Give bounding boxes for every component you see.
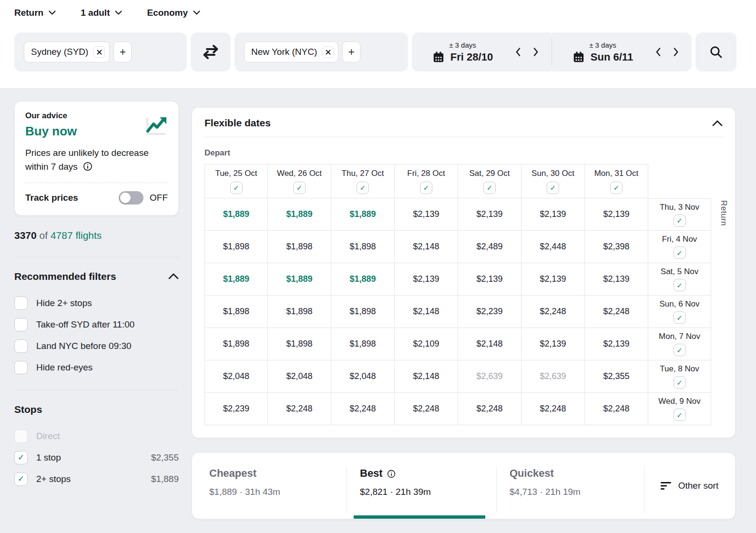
price-cell[interactable]: $2,139 [521, 263, 585, 296]
add-origin-button[interactable]: + [113, 41, 132, 62]
price-cell[interactable]: $2,139 [585, 328, 648, 360]
price-cell[interactable]: $2,248 [585, 296, 648, 328]
price-cell[interactable]: $2,248 [521, 296, 585, 328]
return-date-checkbox[interactable] [674, 344, 686, 356]
return-row-sun-6-nov[interactable]: Sun, 6 Nov [648, 296, 711, 328]
price-cell[interactable]: $2,139 [395, 198, 458, 231]
cabin-class-dropdown[interactable]: Economy [147, 8, 200, 18]
chevron-up-icon[interactable] [712, 120, 723, 126]
filter-take-off-syd-after-11-00[interactable]: Take-off SYD after 11:00 [14, 318, 179, 331]
destination-field[interactable]: New York (NYC) + [235, 32, 408, 72]
price-cell[interactable]: $2,248 [331, 393, 395, 425]
price-cell[interactable]: $2,139 [585, 198, 648, 231]
price-cell[interactable]: $1,898 [204, 328, 268, 360]
depart-column-tue-25-oct[interactable]: Tue, 25 Oct [204, 164, 268, 198]
price-cell[interactable]: $2,239 [204, 393, 268, 425]
price-cell[interactable]: $2,448 [521, 231, 585, 263]
price-cell[interactable]: $1,898 [268, 296, 331, 328]
info-icon[interactable] [83, 162, 92, 171]
price-cell[interactable]: $2,248 [521, 393, 585, 425]
chevron-up-icon[interactable] [168, 273, 179, 279]
price-cell[interactable]: $2,148 [395, 296, 458, 328]
price-cell[interactable]: $2,355 [585, 360, 648, 393]
results-total-link[interactable]: 4787 flights [51, 230, 102, 241]
price-cell[interactable]: $2,248 [268, 393, 331, 425]
depart-date-picker[interactable]: ± 3 days Fri 28/10 [412, 32, 552, 72]
price-cell[interactable]: $2,248 [458, 393, 521, 425]
return-row-thu-3-nov[interactable]: Thu, 3 Nov [648, 198, 711, 231]
stops-filter-1-stop[interactable]: 1 stop $2,355 [14, 451, 179, 464]
price-cell[interactable]: $2,148 [395, 360, 458, 393]
sort-option-other[interactable]: Other sort [644, 453, 735, 519]
add-destination-button[interactable]: + [342, 41, 360, 62]
search-button[interactable] [695, 32, 736, 72]
price-cell[interactable]: $2,139 [458, 198, 521, 231]
depart-date-checkbox[interactable] [420, 182, 432, 194]
info-icon[interactable] [387, 470, 396, 478]
checkbox-icon[interactable] [14, 472, 28, 486]
price-cell[interactable]: $1,898 [331, 296, 395, 328]
depart-date-checkbox[interactable] [547, 182, 559, 194]
trip-type-dropdown[interactable]: Return [14, 8, 56, 18]
return-date-checkbox[interactable] [674, 246, 686, 259]
return-date-prev-icon[interactable] [656, 48, 661, 56]
price-cell[interactable]: $2,639 [458, 360, 521, 393]
return-row-tue-8-nov[interactable]: Tue, 8 Nov [648, 360, 711, 393]
depart-column-wed-26-oct[interactable]: Wed, 26 Oct [268, 164, 331, 198]
sort-option-cheapest[interactable]: Cheapest $1,889 · 31h 43m [192, 453, 347, 519]
return-date-checkbox[interactable] [674, 279, 686, 291]
price-cell[interactable]: $2,139 [458, 263, 521, 296]
remove-destination-icon[interactable] [322, 46, 334, 58]
price-cell[interactable]: $2,148 [395, 231, 458, 263]
checkbox-icon[interactable] [14, 297, 28, 310]
return-row-fri-4-nov[interactable]: Fri, 4 Nov [648, 231, 711, 263]
price-cell[interactable]: $2,048 [268, 360, 331, 393]
passengers-dropdown[interactable]: 1 adult [81, 8, 122, 18]
price-cell[interactable]: $2,489 [458, 231, 521, 263]
price-cell[interactable]: $1,889 [268, 198, 331, 231]
depart-column-fri-28-oct[interactable]: Fri, 28 Oct [395, 164, 458, 198]
price-cell[interactable]: $1,898 [204, 296, 268, 328]
origin-chip[interactable]: Sydney (SYD) [24, 41, 110, 62]
price-cell[interactable]: $2,109 [395, 328, 458, 360]
depart-date-checkbox[interactable] [483, 182, 496, 194]
price-cell[interactable]: $2,139 [395, 263, 458, 296]
checkbox-icon[interactable] [14, 339, 28, 353]
return-date-checkbox[interactable] [674, 311, 686, 324]
price-cell[interactable]: $1,889 [204, 263, 268, 296]
checkbox-icon[interactable] [14, 361, 28, 374]
return-row-sat-5-nov[interactable]: Sat, 5 Nov [648, 263, 711, 296]
price-cell[interactable]: $2,398 [585, 231, 648, 263]
depart-column-sun-30-oct[interactable]: Sun, 30 Oct [521, 164, 585, 198]
return-date-picker[interactable]: ± 3 days Sun 6/11 [552, 32, 692, 72]
sort-option-best[interactable]: Best $2,821 · 21h 39m [347, 453, 496, 519]
return-date-checkbox[interactable] [674, 376, 686, 389]
price-cell[interactable]: $1,889 [204, 198, 268, 231]
price-cell[interactable]: $2,139 [521, 328, 585, 360]
depart-column-mon-31-oct[interactable]: Mon, 31 Oct [585, 164, 648, 198]
track-prices-toggle[interactable] [119, 191, 143, 205]
price-cell[interactable]: $2,248 [395, 393, 458, 425]
depart-column-sat-29-oct[interactable]: Sat, 29 Oct [458, 164, 521, 198]
price-cell[interactable]: $2,248 [585, 393, 648, 425]
price-cell[interactable]: $2,139 [585, 263, 648, 296]
checkbox-icon[interactable] [14, 451, 28, 464]
price-cell[interactable]: $2,139 [521, 198, 585, 231]
price-cell[interactable]: $2,048 [331, 360, 395, 393]
return-date-next-icon[interactable] [674, 48, 678, 56]
price-cell[interactable]: $1,898 [268, 231, 331, 263]
depart-column-thu-27-oct[interactable]: Thu, 27 Oct [331, 164, 395, 198]
remove-origin-icon[interactable] [93, 46, 105, 58]
depart-date-checkbox[interactable] [293, 182, 306, 194]
depart-date-checkbox[interactable] [610, 182, 623, 194]
depart-date-checkbox[interactable] [357, 182, 369, 194]
filter-hide-red-eyes[interactable]: Hide red-eyes [14, 361, 179, 374]
depart-date-checkbox[interactable] [230, 182, 243, 194]
return-row-wed-9-nov[interactable]: Wed, 9 Nov [648, 393, 711, 425]
return-row-mon-7-nov[interactable]: Mon, 7 Nov [648, 328, 711, 360]
checkbox-icon[interactable] [14, 318, 28, 331]
price-cell[interactable]: $1,898 [204, 231, 268, 263]
price-cell[interactable]: $1,898 [331, 328, 395, 360]
origin-field[interactable]: Sydney (SYD) + [14, 32, 187, 72]
price-cell[interactable]: $1,898 [268, 328, 331, 360]
